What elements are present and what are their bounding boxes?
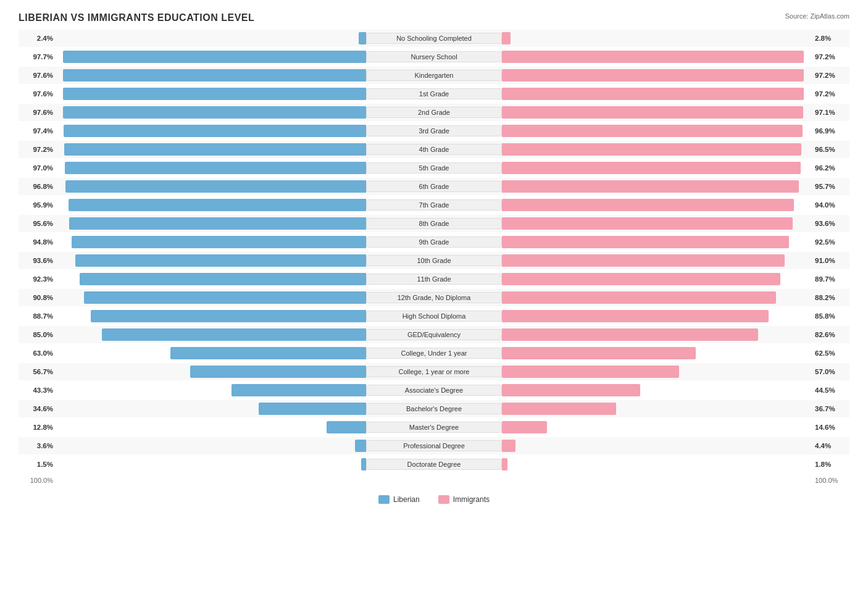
left-bar: [80, 273, 366, 285]
legend-liberian-box: [378, 495, 390, 504]
right-value: 89.7%: [812, 275, 849, 283]
legend-immigrants: Immigrants: [438, 495, 490, 504]
right-value: 97.1%: [812, 109, 849, 116]
right-bar-container: [502, 254, 812, 267]
right-bar-container: [502, 180, 812, 193]
left-bar-container: [56, 403, 366, 415]
right-value: 57.0%: [812, 368, 849, 375]
right-value: 85.8%: [812, 312, 849, 320]
right-bar: [502, 291, 776, 304]
center-label: 10th Grade: [366, 255, 502, 266]
right-bar-container: [502, 328, 812, 341]
bar-row: 56.7% College, 1 year or more 57.0%: [19, 363, 849, 380]
legend-immigrants-box: [438, 495, 449, 504]
left-bar: [65, 180, 366, 193]
right-bar: [502, 384, 640, 396]
center-label: 11th Grade: [366, 274, 502, 285]
bar-row: 90.8% 12th Grade, No Diploma 88.2%: [19, 289, 849, 306]
right-bar: [502, 254, 785, 267]
right-bar-container: [502, 458, 812, 470]
left-bar: [232, 384, 366, 396]
left-bar: [361, 458, 366, 470]
left-bar: [102, 328, 366, 341]
center-label: 1st Grade: [366, 88, 502, 99]
right-bar-container: [502, 347, 812, 359]
left-value: 94.8%: [19, 238, 56, 246]
left-bar: [359, 32, 366, 44]
bar-row: 34.6% Bachelor's Degree 36.7%: [19, 400, 849, 417]
left-value: 95.9%: [19, 201, 56, 209]
left-bar: [64, 143, 366, 156]
left-value: 93.6%: [19, 257, 56, 264]
left-bar-container: [56, 69, 366, 82]
bar-row: 94.8% 9th Grade 92.5%: [19, 233, 849, 251]
chart-area: 2.4% No Schooling Completed 2.8% 97.7% N…: [19, 30, 849, 487]
legend-liberian: Liberian: [378, 495, 420, 504]
right-bar-container: [502, 162, 812, 174]
right-bar-container: [502, 88, 812, 100]
right-bar: [502, 310, 769, 322]
legend-liberian-label: Liberian: [393, 495, 420, 504]
center-label: No Schooling Completed: [366, 33, 502, 44]
right-value: 91.0%: [812, 257, 849, 264]
left-value: 96.8%: [19, 183, 56, 190]
right-bar: [502, 236, 789, 248]
left-bar-container: [56, 254, 366, 267]
right-bar: [502, 273, 780, 285]
left-bar: [91, 310, 366, 322]
right-bar-container: [502, 440, 812, 452]
bar-row: 97.6% Kindergarten 97.2%: [19, 67, 849, 84]
right-bar: [502, 88, 804, 100]
right-bar: [502, 366, 679, 378]
center-label: Master's Degree: [366, 422, 502, 433]
axis-row: 100.0% 100.0%: [19, 474, 849, 487]
axis-left: 100.0%: [19, 477, 56, 484]
left-value: 97.0%: [19, 164, 56, 172]
center-label: Professional Degree: [366, 440, 502, 451]
left-bar-container: [56, 440, 366, 452]
right-value: 36.7%: [812, 405, 849, 412]
right-value: 88.2%: [812, 294, 849, 301]
left-value: 90.8%: [19, 294, 56, 301]
center-label: High School Diploma: [366, 311, 502, 322]
left-value: 97.6%: [19, 90, 56, 98]
right-bar-container: [502, 403, 812, 415]
right-bar-container: [502, 384, 812, 396]
left-bar: [63, 69, 366, 82]
left-bar-container: [56, 106, 366, 119]
right-bar-container: [502, 236, 812, 248]
bar-row: 95.9% 7th Grade 94.0%: [19, 196, 849, 214]
left-bar: [259, 403, 366, 415]
right-bar: [502, 143, 801, 156]
left-value: 56.7%: [19, 368, 56, 375]
left-bar-container: [56, 236, 366, 248]
center-label: Associate's Degree: [366, 385, 502, 396]
right-bar-container: [502, 125, 812, 137]
center-label: 6th Grade: [366, 181, 502, 192]
left-bar-container: [56, 273, 366, 285]
right-value: 44.5%: [812, 387, 849, 394]
bar-row: 63.0% College, Under 1 year 62.5%: [19, 345, 849, 362]
right-value: 14.6%: [812, 424, 849, 431]
left-bar: [84, 291, 366, 304]
center-label: 9th Grade: [366, 236, 502, 248]
bar-row: 95.6% 8th Grade 93.6%: [19, 215, 849, 232]
left-bar-container: [56, 310, 366, 322]
center-label: 2nd Grade: [366, 107, 502, 118]
bar-row: 97.7% Nursery School 97.2%: [19, 48, 849, 65]
bar-row: 92.3% 11th Grade 89.7%: [19, 270, 849, 288]
right-bar: [502, 403, 616, 415]
left-bar-container: [56, 291, 366, 304]
left-value: 12.8%: [19, 424, 56, 431]
center-label: GED/Equivalency: [366, 329, 502, 340]
left-bar-container: [56, 347, 366, 359]
left-bar: [63, 106, 366, 119]
right-bar: [502, 440, 515, 452]
left-value: 97.6%: [19, 109, 56, 116]
left-value: 97.6%: [19, 72, 56, 79]
right-bar: [502, 217, 793, 230]
right-bar-container: [502, 32, 812, 44]
right-value: 97.2%: [812, 53, 849, 61]
left-bar: [327, 421, 366, 433]
left-bar-container: [56, 180, 366, 193]
